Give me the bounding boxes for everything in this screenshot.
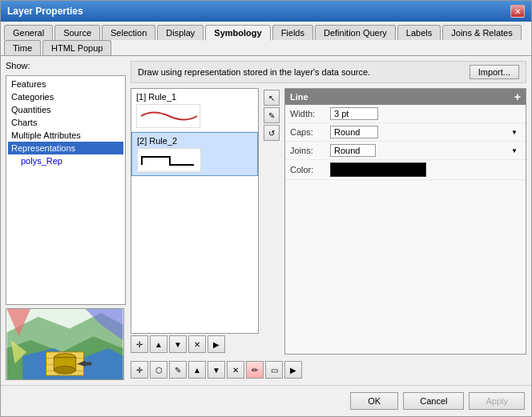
color-swatch[interactable] xyxy=(330,162,426,177)
show-item-representations[interactable]: Representations xyxy=(8,142,123,154)
tabs-row: General Source Selection Display Symbolo… xyxy=(1,22,531,56)
right-panel: Draw using representation stored in the … xyxy=(131,61,526,380)
properties-panel: Line + Width: Caps: xyxy=(284,88,526,355)
main-content: Show: Features Categories Quantities Cha… xyxy=(1,56,531,385)
delete-rule-button[interactable]: ✕ xyxy=(188,335,206,353)
tab-selection[interactable]: Selection xyxy=(102,25,155,40)
tab-definition-query[interactable]: Definition Query xyxy=(315,25,396,40)
tab-time[interactable]: Time xyxy=(4,40,41,55)
tab-symbology[interactable]: Symbology xyxy=(205,25,270,41)
caps-select-wrap: Butt Round Square xyxy=(330,126,521,138)
caps-row: Caps: Butt Round Square xyxy=(285,123,526,142)
joins-row: Joins: Bevel Round Miter xyxy=(285,142,526,160)
tab-fields[interactable]: Fields xyxy=(272,25,313,40)
rules-panel: [1] Rule_1 [2] Rule_2 xyxy=(131,88,259,355)
joins-label: Joins: xyxy=(290,146,330,155)
svg-point-12 xyxy=(54,366,75,374)
properties-header: Line + xyxy=(285,89,526,105)
rules-list: [1] Rule_1 [2] Rule_2 xyxy=(131,88,259,334)
rule-2-label: [2] Rule_2 xyxy=(137,136,252,146)
left-panel: Show: Features Categories Quantities Cha… xyxy=(6,61,126,380)
show-item-quantities[interactable]: Quantities xyxy=(8,103,123,116)
window-title: Layer Properties xyxy=(7,6,83,17)
tab-labels[interactable]: Labels xyxy=(397,25,441,40)
color-row: Color: xyxy=(285,160,526,180)
caps-label: Caps: xyxy=(290,127,330,137)
desc-text: Draw using representation stored in the … xyxy=(138,67,370,77)
width-value xyxy=(330,107,521,120)
show-item-polys-rep[interactable]: polys_Rep xyxy=(8,154,123,167)
rule-1-label: [1] Rule_1 xyxy=(136,92,253,102)
show-item-features[interactable]: Features xyxy=(8,78,123,90)
layer-properties-window: Layer Properties ✕ General Source Select… xyxy=(0,0,532,417)
desc-row: Draw using representation stored in the … xyxy=(131,61,526,83)
move-up-button[interactable]: ▲ xyxy=(150,335,167,353)
sym-edit2-button[interactable]: ✎ xyxy=(169,361,187,379)
show-label: Show: xyxy=(6,61,126,70)
symbol-toolbar-v: ↖ ✎ ↺ xyxy=(262,88,281,355)
rule-1-preview xyxy=(136,104,200,128)
add-property-button[interactable]: + xyxy=(514,90,521,103)
title-bar: Layer Properties ✕ xyxy=(1,1,531,22)
width-input[interactable] xyxy=(330,107,378,120)
import-button[interactable]: Import... xyxy=(470,65,519,79)
width-label: Width: xyxy=(290,109,330,118)
show-item-categories[interactable]: Categories xyxy=(8,90,123,103)
tab-html-popup[interactable]: HTML Popup xyxy=(42,40,111,55)
rule-item-2[interactable]: [2] Rule_2 xyxy=(131,132,258,176)
width-row: Width: xyxy=(285,105,526,123)
color-label: Color: xyxy=(290,165,330,174)
properties-title: Line xyxy=(290,92,308,102)
sym-del-button[interactable]: ✕ xyxy=(227,361,244,379)
rules-toolbar: ✛ ▲ ▼ ✕ ▶ xyxy=(131,334,259,355)
bottom-bar: OK Cancel Apply xyxy=(1,385,531,416)
joins-select[interactable]: Bevel Round Miter xyxy=(330,144,376,157)
caps-select[interactable]: Butt Round Square xyxy=(330,126,378,138)
tab-joins-relates[interactable]: Joins & Relates xyxy=(442,25,521,40)
apply-button[interactable]: Apply xyxy=(469,392,525,410)
edit-vertices-button[interactable]: ✎ xyxy=(264,107,280,123)
title-controls: ✕ xyxy=(510,5,525,18)
close-button[interactable]: ✕ xyxy=(510,5,525,18)
sym-next-button[interactable]: ▶ xyxy=(284,361,302,379)
sym-main-toolbar: ✛ ⬡ ✎ ▲ ▼ ✕ ✏ ▭ ▶ xyxy=(131,359,526,380)
show-item-multiple-attributes[interactable]: Multiple Attributes xyxy=(8,129,123,142)
tab-display[interactable]: Display xyxy=(157,25,204,40)
show-list: Features Categories Quantities Charts Mu… xyxy=(6,75,126,305)
sym-pencil-button[interactable]: ✏ xyxy=(246,361,264,379)
next-button[interactable]: ▶ xyxy=(208,335,225,353)
sym-up-button[interactable]: ▲ xyxy=(188,361,206,379)
ok-button[interactable]: OK xyxy=(350,392,398,410)
rule-2-preview xyxy=(137,148,201,172)
middle-area: [1] Rule_1 [2] Rule_2 xyxy=(131,88,526,355)
sym-down-button[interactable]: ▼ xyxy=(208,361,225,379)
tab-source[interactable]: Source xyxy=(54,25,100,40)
move-down-button[interactable]: ▼ xyxy=(169,335,187,353)
add-rule-button[interactable]: ✛ xyxy=(131,335,148,353)
cancel-button[interactable]: Cancel xyxy=(403,392,464,410)
joins-select-wrap: Bevel Round Miter xyxy=(330,144,521,157)
sym-add-button[interactable]: ✛ xyxy=(131,361,148,379)
tab-general[interactable]: General xyxy=(4,25,53,40)
rotate-button[interactable]: ↺ xyxy=(264,125,280,141)
preview-box xyxy=(6,308,124,380)
sym-box-button[interactable]: ▭ xyxy=(265,361,283,379)
show-item-charts[interactable]: Charts xyxy=(8,116,123,129)
sym-edit1-button[interactable]: ⬡ xyxy=(150,361,167,379)
select-tool-button[interactable]: ↖ xyxy=(264,90,280,106)
rule-item-1[interactable]: [1] Rule_1 xyxy=(131,89,258,132)
